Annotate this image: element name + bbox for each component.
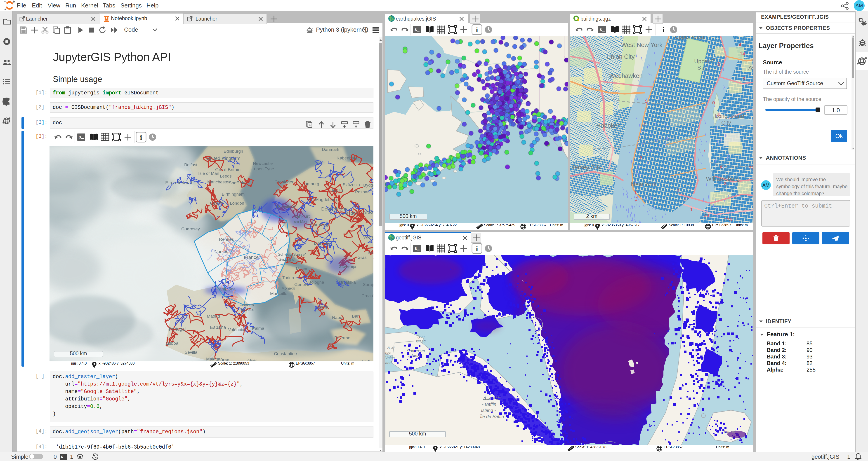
svg-text:Palma: Palma bbox=[252, 326, 264, 331]
svg-text:Pamplona: Pamplona bbox=[216, 287, 236, 291]
svg-text:Crna G: Crna G bbox=[362, 293, 373, 298]
svg-text:München: München bbox=[314, 241, 332, 246]
svg-text:France: France bbox=[244, 255, 258, 260]
svg-text:København: København bbox=[337, 156, 359, 160]
svg-text:Guernsey: Guernsey bbox=[181, 227, 200, 231]
svg-text:i: i bbox=[140, 133, 142, 141]
svg-text:Island: Island bbox=[408, 354, 420, 358]
svg-text:Palermo: Palermo bbox=[334, 335, 350, 340]
svg-text:Milano: Milano bbox=[296, 266, 309, 271]
svg-text:Bologna: Bologna bbox=[308, 280, 324, 285]
svg-text:7: 7 bbox=[703, 147, 706, 153]
svg-text:Hamburg: Hamburg bbox=[302, 182, 319, 186]
svg-text:Nürnberg: Nürnberg bbox=[311, 222, 329, 227]
svg-text:Málaga: Málaga bbox=[206, 357, 220, 361]
svg-text:ᐃᓄᕑ: ᐃᓄᕑ bbox=[387, 346, 395, 350]
svg-text:Sevilla: Sevilla bbox=[185, 350, 197, 355]
svg-text:14: 14 bbox=[740, 51, 745, 56]
svg-text:Newcastle: Newcastle bbox=[253, 161, 273, 166]
svg-text:London: London bbox=[230, 201, 244, 205]
svg-text:Île de Baffin: Île de Baffin bbox=[480, 414, 504, 419]
svg-text:$: $ bbox=[79, 135, 81, 140]
svg-text:Sarajevo: Sarajevo bbox=[363, 282, 373, 287]
svg-text:Alger: Alger bbox=[247, 358, 257, 361]
svg-text:4: 4 bbox=[643, 122, 646, 127]
svg-text:Upper E: Upper E bbox=[694, 58, 715, 64]
svg-text:4: 4 bbox=[683, 197, 686, 202]
svg-text:Eire / Ireland: Eire / Ireland bbox=[165, 180, 192, 185]
svg-text:Tyon: Tyon bbox=[417, 335, 425, 338]
svg-text:i: i bbox=[476, 26, 478, 34]
svg-text:am Main: am Main bbox=[293, 219, 308, 224]
svg-text:Graz: Graz bbox=[358, 255, 367, 260]
svg-text:Hoboken: Hoboken bbox=[596, 122, 621, 129]
svg-text:2: 2 bbox=[717, 61, 720, 66]
svg-text:Roma: Roma bbox=[317, 305, 328, 309]
svg-text:Rennes: Rennes bbox=[219, 237, 234, 242]
svg-text:Ísland: Ísland bbox=[724, 429, 736, 434]
svg-text:Isle of Man: Isle of Man bbox=[198, 171, 219, 176]
svg-text:Svizzera/: Svizzera/ bbox=[279, 257, 294, 262]
svg-text:Jersey City: Jersey City bbox=[571, 164, 602, 171]
svg-text:Düsseldorf: Düsseldorf bbox=[276, 204, 297, 209]
svg-text:Danmark: Danmark bbox=[322, 147, 340, 152]
svg-text:València: València bbox=[228, 327, 244, 332]
svg-text:Wrocław: Wrocław bbox=[362, 210, 373, 215]
svg-text:Williamsburg: Williamsburg bbox=[706, 175, 740, 182]
svg-text:Bari: Bari bbox=[352, 314, 360, 319]
svg-text:5: 5 bbox=[719, 165, 722, 170]
svg-text:West New York: West New York bbox=[621, 41, 662, 48]
svg-text:i: i bbox=[476, 244, 478, 253]
svg-text:Vales: Vales bbox=[385, 356, 395, 360]
svg-text:As: As bbox=[748, 65, 753, 71]
svg-text:Weehawken: Weehawken bbox=[609, 72, 643, 79]
svg-text:4: 4 bbox=[739, 42, 741, 47]
svg-text:Constantine: Constantine bbox=[274, 351, 297, 356]
svg-text:Marseille: Marseille bbox=[270, 291, 287, 296]
svg-text:Napoli: Napoli bbox=[332, 315, 344, 320]
svg-text:Dresden: Dresden bbox=[342, 211, 358, 216]
svg-text:Somerset: Somerset bbox=[407, 349, 425, 353]
svg-text:$: $ bbox=[61, 455, 63, 459]
svg-text:Island -: Island - bbox=[481, 408, 496, 413]
svg-text:España: España bbox=[210, 325, 226, 330]
svg-text:Berlin: Berlin bbox=[332, 188, 343, 193]
svg-text:2: 2 bbox=[635, 196, 638, 201]
svg-text:ᐃᓄᕑᔱᕟᐡ: ᐃᓄᕑᔱᕟᐡ bbox=[483, 396, 501, 401]
svg-text:278: 278 bbox=[724, 217, 732, 222]
svg-text:Lisboa: Lisboa bbox=[166, 341, 178, 345]
svg-text:Groningen: Groningen bbox=[274, 179, 294, 184]
svg-text:Genova: Genova bbox=[294, 282, 309, 287]
svg-text:Nantes: Nantes bbox=[215, 249, 228, 254]
svg-text:Belfast: Belfast bbox=[184, 162, 197, 167]
svg-text:$: $ bbox=[414, 28, 417, 32]
svg-text:Hrvatska: Hrvatska bbox=[339, 280, 356, 285]
svg-text:Szczecin: Szczecin bbox=[343, 182, 360, 187]
svg-text:5: 5 bbox=[645, 98, 648, 104]
svg-text:S de: S de bbox=[698, 65, 708, 71]
svg-text:1: 1 bbox=[690, 207, 693, 212]
svg-text:- Baffin: - Baffin bbox=[482, 402, 496, 407]
svg-text:Malta: Malta bbox=[362, 359, 373, 361]
svg-text:Madrid: Madrid bbox=[207, 314, 220, 319]
svg-text:1: 1 bbox=[634, 190, 637, 195]
svg-text:Oran: Oran bbox=[220, 358, 229, 361]
svg-text:Schweiz/Suisse/: Schweiz/Suisse/ bbox=[278, 252, 306, 257]
svg-text:Torino: Torino bbox=[282, 275, 294, 280]
svg-text:Magyaro: Magyaro bbox=[368, 251, 373, 255]
svg-text:$: $ bbox=[414, 246, 417, 251]
svg-text:Bydgoszcz: Bydgoszcz bbox=[363, 183, 373, 188]
svg-text:Leeds: Leeds bbox=[220, 174, 232, 178]
svg-text:0: 0 bbox=[712, 100, 715, 105]
svg-text:la Vella: la Vella bbox=[241, 307, 254, 312]
svg-text:$: $ bbox=[600, 28, 602, 32]
svg-text:Monaco: Monaco bbox=[281, 286, 295, 291]
svg-text:Portugal: Portugal bbox=[169, 327, 186, 332]
svg-text:3: 3 bbox=[743, 76, 745, 81]
svg-text:28: 28 bbox=[704, 212, 709, 218]
svg-text:City: City bbox=[721, 120, 731, 126]
svg-text:Island: Island bbox=[416, 339, 426, 343]
svg-text:Edinburgh: Edinburgh bbox=[223, 149, 243, 154]
svg-text:Cardiff: Cardiff bbox=[210, 201, 223, 205]
svg-text:Sheffield: Sheffield bbox=[229, 180, 246, 185]
